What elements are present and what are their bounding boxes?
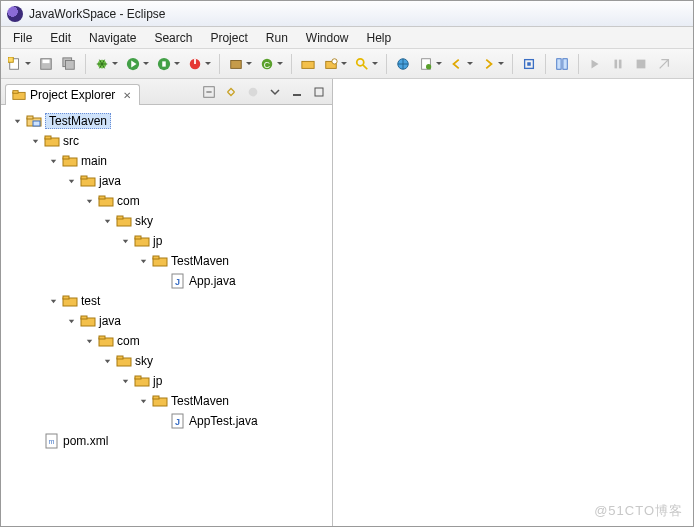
twisty-expanded-icon[interactable] [137, 395, 149, 407]
twisty-expanded-icon[interactable] [137, 255, 149, 267]
tree-node-label: TestMaven [171, 254, 229, 268]
resume-button[interactable] [585, 54, 605, 74]
tree-node-label: java [99, 174, 121, 188]
twisty-expanded-icon[interactable] [119, 375, 131, 387]
external-tools-button[interactable] [185, 54, 205, 74]
menu-search[interactable]: Search [146, 29, 200, 47]
back-button[interactable] [447, 54, 467, 74]
java-icon: J [170, 273, 186, 289]
web-browser-button[interactable] [393, 54, 413, 74]
twisty-expanded-icon[interactable] [65, 175, 77, 187]
debug-button[interactable] [92, 54, 112, 74]
perspective-button[interactable] [552, 54, 572, 74]
twisty-expanded-icon[interactable] [29, 135, 41, 147]
tree-node[interactable]: TestMaven [5, 111, 328, 131]
project-explorer-tab[interactable]: Project Explorer ✕ [5, 84, 140, 105]
twisty-expanded-icon[interactable] [119, 235, 131, 247]
tree-node-label: AppTest.java [189, 414, 258, 428]
terminate-button[interactable] [631, 54, 651, 74]
tree-node[interactable]: jp [5, 371, 328, 391]
tab-close-icon[interactable]: ✕ [123, 90, 131, 101]
twisty-none [155, 415, 167, 427]
disconnect-button[interactable] [654, 54, 674, 74]
tree-node[interactable]: src [5, 131, 328, 151]
menu-navigate[interactable]: Navigate [81, 29, 144, 47]
tree-node[interactable]: main [5, 151, 328, 171]
open-type-button[interactable] [298, 54, 318, 74]
tree-node[interactable]: com [5, 191, 328, 211]
svg-rect-67 [153, 396, 159, 399]
tree-node[interactable]: TestMaven [5, 391, 328, 411]
link-editor-button[interactable] [222, 83, 240, 101]
pin-button[interactable] [519, 54, 539, 74]
svg-rect-61 [99, 336, 105, 339]
twisty-expanded-icon[interactable] [47, 295, 59, 307]
new-class-button[interactable]: C [257, 54, 277, 74]
tree-node-label: sky [135, 214, 153, 228]
focus-task-button[interactable] [244, 83, 262, 101]
menu-run[interactable]: Run [258, 29, 296, 47]
menu-window[interactable]: Window [298, 29, 357, 47]
folder-icon [98, 193, 114, 209]
collapse-all-button[interactable] [200, 83, 218, 101]
titlebar: JavaWorkSpace - Eclipse [1, 1, 693, 27]
run-last-button[interactable] [154, 54, 174, 74]
svg-point-22 [426, 64, 431, 69]
new-package-button[interactable] [226, 54, 246, 74]
tree-node[interactable]: sky [5, 211, 328, 231]
menu-edit[interactable]: Edit [42, 29, 79, 47]
twisty-expanded-icon[interactable] [101, 355, 113, 367]
twisty-expanded-icon[interactable] [83, 195, 95, 207]
tree-node[interactable]: JApp.java [5, 271, 328, 291]
svg-point-34 [249, 88, 258, 97]
tree-node[interactable]: test [5, 291, 328, 311]
toolbar-separator [291, 54, 292, 74]
view-menu-button[interactable] [266, 83, 284, 101]
twisty-expanded-icon[interactable] [65, 315, 77, 327]
toolbar-separator [219, 54, 220, 74]
tree-node[interactable]: sky [5, 351, 328, 371]
open-task-button[interactable] [321, 54, 341, 74]
svg-rect-35 [293, 94, 301, 96]
twisty-expanded-icon[interactable] [47, 155, 59, 167]
twisty-expanded-icon[interactable] [83, 335, 95, 347]
svg-point-17 [332, 58, 337, 63]
twisty-none [29, 435, 41, 447]
save-button[interactable] [36, 54, 56, 74]
new-button[interactable] [5, 54, 25, 74]
tree-node[interactable]: mpom.xml [5, 431, 328, 451]
folder-icon [98, 333, 114, 349]
minimize-view-button[interactable] [288, 83, 306, 101]
svg-rect-51 [135, 236, 141, 239]
menu-help[interactable]: Help [359, 29, 400, 47]
folder-icon [116, 353, 132, 369]
annotations-button[interactable] [416, 54, 436, 74]
svg-text:m: m [49, 438, 55, 445]
search-button[interactable] [352, 54, 372, 74]
toolbar-separator [578, 54, 579, 74]
tree-node[interactable]: JAppTest.java [5, 411, 328, 431]
forward-button[interactable] [478, 54, 498, 74]
tree-node-label: src [63, 134, 79, 148]
watermark: @51CTO博客 [594, 502, 683, 520]
run-button[interactable] [123, 54, 143, 74]
tree-node[interactable]: jp [5, 231, 328, 251]
tree-node[interactable]: java [5, 171, 328, 191]
maximize-view-button[interactable] [310, 83, 328, 101]
tree-node[interactable]: com [5, 331, 328, 351]
tree-node[interactable]: TestMaven [5, 251, 328, 271]
twisty-none [155, 275, 167, 287]
svg-rect-65 [135, 376, 141, 379]
menu-file[interactable]: File [5, 29, 40, 47]
tree-node[interactable]: java [5, 311, 328, 331]
twisty-expanded-icon[interactable] [101, 215, 113, 227]
suspend-button[interactable] [608, 54, 628, 74]
tree-node-label: com [117, 334, 140, 348]
save-all-button[interactable] [59, 54, 79, 74]
svg-rect-38 [27, 116, 33, 119]
menu-project[interactable]: Project [202, 29, 255, 47]
svg-rect-41 [45, 136, 51, 139]
svg-rect-1 [8, 57, 13, 62]
project-tree[interactable]: TestMavensrcmainjavacomskyjpTestMavenJAp… [1, 105, 332, 526]
twisty-expanded-icon[interactable] [11, 115, 23, 127]
